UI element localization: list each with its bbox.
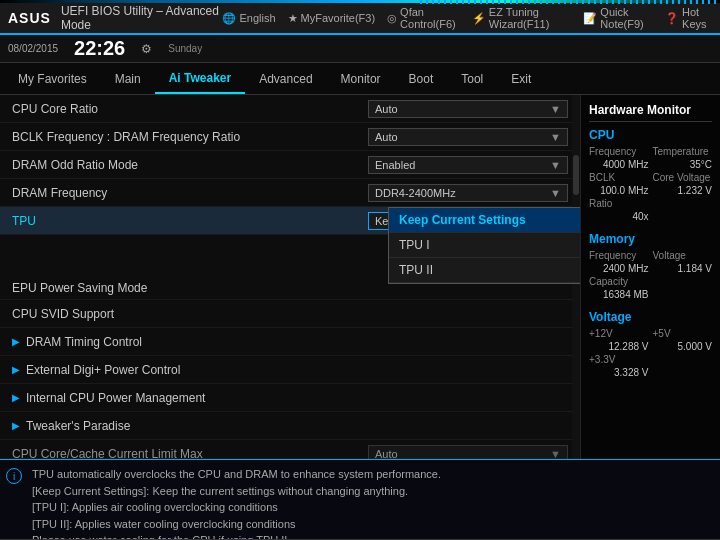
cpu-core-ratio-select[interactable]: Auto ▼ xyxy=(368,100,568,118)
datetime-display: 22:26 xyxy=(74,37,125,60)
info-bar: 08/02/2015 22:26 ⚙ Sunday xyxy=(0,35,720,63)
cpu-temp-label: Temperature xyxy=(653,146,713,157)
qfan-button[interactable]: ◎ Qfan Control(F6) xyxy=(387,6,460,30)
cpu-svid-label: CPU SVID Support xyxy=(12,303,568,325)
dram-freq-label: DRAM Frequency xyxy=(12,182,368,204)
arrow-right-icon: ▶ xyxy=(12,336,20,347)
internal-cpu-label: Internal CPU Power Management xyxy=(26,391,205,405)
cpu-ratio-value: 40x xyxy=(589,211,649,222)
tab-main[interactable]: Main xyxy=(101,63,155,94)
language-selector[interactable]: 🌐 English xyxy=(222,6,275,30)
dram-odd-ratio-select[interactable]: Enabled ▼ xyxy=(368,156,568,174)
v12-label: +12V xyxy=(589,328,649,339)
bclk-freq-label: BCLK Frequency : DRAM Frequency Ratio xyxy=(12,126,368,148)
arrow-right-icon: ▶ xyxy=(12,420,20,431)
cpu-cache-row[interactable]: CPU Core/Cache Current Limit Max Auto ▼ xyxy=(0,440,580,459)
chevron-down-icon: ▼ xyxy=(550,131,561,143)
cpu-ratio-label: Ratio xyxy=(589,198,649,209)
mem-volt-label: Voltage xyxy=(653,250,713,261)
cpu-section: CPU Frequency Temperature 4000 MHz 35°C … xyxy=(589,128,712,222)
cpu-core-ratio-row[interactable]: CPU Core Ratio Auto ▼ xyxy=(0,95,580,123)
info-text-content: TPU automatically overclocks the CPU and… xyxy=(32,466,710,539)
mem-freq-value: 2400 MHz xyxy=(589,263,649,274)
hw-monitor-title: Hardware Monitor xyxy=(589,103,712,122)
v5-label: +5V xyxy=(653,328,713,339)
tab-advanced[interactable]: Advanced xyxy=(245,63,326,94)
date-display: 08/02/2015 xyxy=(8,43,58,54)
v33-value: 3.328 V xyxy=(589,367,649,378)
bios-title: UEFI BIOS Utility – Advanced Mode xyxy=(61,4,223,32)
cpu-bclk-label: BCLK xyxy=(589,172,649,183)
cpu-core-voltage-label: Core Voltage xyxy=(653,172,713,183)
chevron-down-icon: ▼ xyxy=(550,159,561,171)
chevron-down-icon: ▼ xyxy=(550,103,561,115)
memory-section: Memory Frequency Voltage 2400 MHz 1.184 … xyxy=(589,232,712,300)
dram-odd-ratio-label: DRAM Odd Ratio Mode xyxy=(12,154,368,176)
internal-cpu-section[interactable]: ▶ Internal CPU Power Management xyxy=(0,384,580,412)
tpu-dropdown: Keep Current Settings TPU I TPU II xyxy=(388,207,580,284)
ez-tuning-button[interactable]: ⚡ EZ Tuning Wizard(F11) xyxy=(472,6,572,30)
tpu-option-tpu2[interactable]: TPU II xyxy=(389,258,580,283)
asus-logo: ASUS xyxy=(8,10,51,26)
scroll-thumb[interactable] xyxy=(573,155,579,195)
tweakers-paradise-section[interactable]: ▶ Tweaker's Paradise xyxy=(0,412,580,440)
cpu-core-ratio-label: CPU Core Ratio xyxy=(12,98,368,120)
hot-keys-button[interactable]: ❓ Hot Keys xyxy=(665,6,712,30)
nav-tabs: My Favorites Main Ai Tweaker Advanced Mo… xyxy=(0,63,720,95)
mem-cap-value: 16384 MB xyxy=(589,289,649,300)
tab-boot[interactable]: Boot xyxy=(395,63,448,94)
dram-odd-ratio-row[interactable]: DRAM Odd Ratio Mode Enabled ▼ xyxy=(0,151,580,179)
arrow-right-icon: ▶ xyxy=(12,364,20,375)
tpu-row[interactable]: TPU Keep Current Settings ▼ Keep Current… xyxy=(0,207,580,235)
v33-label: +3.3V xyxy=(589,354,649,365)
cpu-cache-label: CPU Core/Cache Current Limit Max xyxy=(12,443,368,460)
cpu-temp-value: 35°C xyxy=(653,159,713,170)
tweakers-paradise-label: Tweaker's Paradise xyxy=(26,419,130,433)
cpu-section-title: CPU xyxy=(589,128,712,142)
tpu-option-keep-current[interactable]: Keep Current Settings xyxy=(389,208,580,233)
tab-ai-tweaker[interactable]: Ai Tweaker xyxy=(155,63,245,94)
arrow-right-icon: ▶ xyxy=(12,392,20,403)
dram-timing-label: DRAM Timing Control xyxy=(26,335,142,349)
content-area: CPU Core Ratio Auto ▼ BCLK Frequency : D… xyxy=(0,95,580,459)
dram-freq-select[interactable]: DDR4-2400MHz ▼ xyxy=(368,184,568,202)
cpu-bclk-value: 100.0 MHz xyxy=(589,185,649,196)
dram-timing-section[interactable]: ▶ DRAM Timing Control xyxy=(0,328,580,356)
tab-monitor[interactable]: Monitor xyxy=(327,63,395,94)
quick-note-button[interactable]: 📝 Quick Note(F9) xyxy=(583,6,653,30)
voltage-section-title: Voltage xyxy=(589,310,712,324)
memory-section-title: Memory xyxy=(589,232,712,246)
top-bar-icons: 🌐 English ★ MyFavorite(F3) ◎ Qfan Contro… xyxy=(222,6,712,30)
bclk-freq-row[interactable]: BCLK Frequency : DRAM Frequency Ratio Au… xyxy=(0,123,580,151)
cpu-freq-value: 4000 MHz xyxy=(589,159,649,170)
chevron-down-icon: ▼ xyxy=(550,448,561,460)
favorites-button[interactable]: ★ MyFavorite(F3) xyxy=(288,6,376,30)
cpu-cache-select[interactable]: Auto ▼ xyxy=(368,445,568,460)
v12-value: 12.288 V xyxy=(589,341,649,352)
cpu-core-voltage-value: 1.232 V xyxy=(653,185,713,196)
mem-freq-label: Frequency xyxy=(589,250,649,261)
mem-cap-label: Capacity xyxy=(589,276,649,287)
mem-volt-value: 1.184 V xyxy=(653,263,713,274)
external-digi-section[interactable]: ▶ External Digi+ Power Control xyxy=(0,356,580,384)
dram-freq-row[interactable]: DRAM Frequency DDR4-2400MHz ▼ xyxy=(0,179,580,207)
gear-icon[interactable]: ⚙ xyxy=(141,42,152,56)
tpu-option-tpu1[interactable]: TPU I xyxy=(389,233,580,258)
tab-tool[interactable]: Tool xyxy=(447,63,497,94)
cpu-svid-row[interactable]: CPU SVID Support xyxy=(0,300,580,328)
hardware-monitor-panel: Hardware Monitor CPU Frequency Temperatu… xyxy=(580,95,720,459)
top-bar: ASUS UEFI BIOS Utility – Advanced Mode 🌐… xyxy=(0,3,720,35)
external-digi-label: External Digi+ Power Control xyxy=(26,363,180,377)
cpu-freq-label: Frequency xyxy=(589,146,649,157)
info-icon: i xyxy=(6,468,22,484)
voltage-section: Voltage +12V +5V 12.288 V 5.000 V +3.3V … xyxy=(589,310,712,378)
bclk-freq-select[interactable]: Auto ▼ xyxy=(368,128,568,146)
v5-value: 5.000 V xyxy=(653,341,713,352)
tab-exit[interactable]: Exit xyxy=(497,63,545,94)
main-layout: CPU Core Ratio Auto ▼ BCLK Frequency : D… xyxy=(0,95,720,459)
day-display: Sunday xyxy=(168,43,202,54)
tab-my-favorites[interactable]: My Favorites xyxy=(4,63,101,94)
info-panel: i TPU automatically overclocks the CPU a… xyxy=(0,459,720,539)
chevron-down-icon: ▼ xyxy=(550,187,561,199)
tpu-label: TPU xyxy=(12,210,368,232)
